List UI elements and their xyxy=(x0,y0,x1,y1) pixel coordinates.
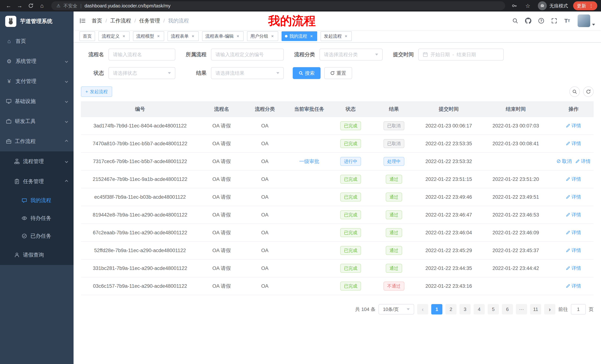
detail-link[interactable]: 详情 xyxy=(566,176,581,182)
table-row: ec45f38f-7b9a-11ec-b03b-acde48001122 OA … xyxy=(81,188,594,206)
page-size-select[interactable]: 10条/页 xyxy=(379,304,414,315)
goto-page-input[interactable] xyxy=(571,304,586,315)
detail-link[interactable]: 详情 xyxy=(566,211,581,218)
font-size-icon[interactable]: TT xyxy=(562,16,572,26)
col-header-end-time: 结束时间 xyxy=(478,101,553,117)
briefcase-icon xyxy=(6,139,11,144)
github-icon[interactable] xyxy=(523,16,533,26)
tab-process-form[interactable]: 流程表单 × xyxy=(168,31,199,41)
detail-link[interactable]: 详情 xyxy=(566,229,581,236)
sidebar-item-infra[interactable]: 基础设施 xyxy=(0,91,74,111)
process-name-input[interactable] xyxy=(109,49,175,60)
sidebar-item-done-tasks[interactable]: 已办任务 xyxy=(0,227,74,245)
url-text[interactable]: dashboard.yudao.iocoder.cn/bpm/task/my xyxy=(84,3,170,9)
page-button-11[interactable]: 11 xyxy=(530,304,541,315)
address-bar[interactable]: ⚠ 不安全 | dashboard.yudao.iocoder.cn/bpm/t… xyxy=(51,1,505,10)
tab-initiate-process[interactable]: 发起流程 × xyxy=(321,31,352,41)
next-page-button[interactable]: › xyxy=(544,304,555,315)
refresh-table-button[interactable] xyxy=(583,86,594,97)
tab-home[interactable]: 首页 xyxy=(80,31,95,41)
forward-icon[interactable]: → xyxy=(15,1,25,10)
home-icon[interactable]: ⌂ xyxy=(37,1,47,10)
close-icon[interactable]: × xyxy=(190,34,195,39)
initiate-process-button[interactable]: + 发起流程 xyxy=(81,86,112,97)
sidebar-item-my-process[interactable]: 我的流程 xyxy=(0,192,74,209)
navbar-actions: ? TT xyxy=(510,14,595,27)
detail-link[interactable]: 详情 xyxy=(566,140,581,147)
approval-task-link[interactable]: 一级审批 xyxy=(286,153,333,170)
sidebar-item-devtools[interactable]: 研发工具 xyxy=(0,111,74,131)
col-header-task: 当前审批任务 xyxy=(286,101,333,117)
page-button-5[interactable]: 5 xyxy=(488,304,499,315)
close-icon[interactable]: × xyxy=(270,34,275,39)
security-label[interactable]: 不安全 xyxy=(63,3,78,9)
breadcrumb-home[interactable]: 首页 xyxy=(92,17,102,24)
process-category-select[interactable]: 请选择流程分类 xyxy=(320,49,383,60)
help-icon[interactable]: ? xyxy=(536,16,546,26)
tab-my-process[interactable]: 我的流程 × xyxy=(281,31,317,41)
sidebar-item-process-mgmt[interactable]: 流程管理 xyxy=(0,151,74,172)
breadcrumb-workflow[interactable]: 工作流程 xyxy=(110,17,131,24)
tab-process-definition[interactable]: 流程定义 × xyxy=(99,31,130,41)
result-select[interactable]: 请选择流结果 xyxy=(211,67,284,79)
detail-link[interactable]: 详情 xyxy=(575,158,591,164)
edit-icon xyxy=(566,284,570,288)
close-icon[interactable]: × xyxy=(309,34,314,39)
reload-icon[interactable] xyxy=(26,1,36,10)
app-title: 芋道管理系统 xyxy=(20,18,52,25)
tab-user-group[interactable]: 用户分组 × xyxy=(247,31,278,41)
bookmark-star-icon[interactable]: ☆ xyxy=(523,1,533,10)
sidebar-item-system[interactable]: ⚙ 系统管理 xyxy=(0,51,74,71)
result-badge: 已取消 xyxy=(383,121,404,130)
more-pages-button[interactable]: ··· xyxy=(516,304,527,315)
sidebar-item-home[interactable]: ⌂ 首页 xyxy=(0,31,74,51)
detail-link[interactable]: 详情 xyxy=(566,265,581,271)
toggle-search-button[interactable] xyxy=(570,86,580,97)
page-button-6[interactable]: 6 xyxy=(502,304,513,315)
submit-time-range-picker[interactable]: 开始日期 - 结束日期 xyxy=(418,49,504,60)
detail-link[interactable]: 详情 xyxy=(566,283,581,289)
pagination: 共 104 条 10条/页 ‹ 1 2 3 4 5 6 ··· 11 › 前往 xyxy=(81,304,594,315)
page-button-3[interactable]: 3 xyxy=(460,304,471,315)
avatar[interactable] xyxy=(578,14,590,27)
status-badge: 已完成 xyxy=(340,246,361,255)
search-icon xyxy=(572,89,577,94)
fullscreen-icon[interactable] xyxy=(549,16,559,26)
prev-page-button[interactable]: ‹ xyxy=(417,304,428,315)
hamburger-icon[interactable] xyxy=(80,18,86,24)
breadcrumb-task[interactable]: 任务管理 xyxy=(139,17,160,24)
menu-dots-icon[interactable]: ⋮ xyxy=(589,3,594,9)
page-button-4[interactable]: 4 xyxy=(474,304,485,315)
sidebar-item-leave-query[interactable]: 请假查询 xyxy=(0,245,74,265)
status-badge: 已完成 xyxy=(340,211,361,219)
close-icon[interactable]: × xyxy=(235,34,240,39)
close-icon[interactable]: × xyxy=(156,34,161,39)
tab-process-model[interactable]: 流程模型 × xyxy=(133,31,164,41)
close-icon[interactable]: × xyxy=(344,34,348,39)
status-select[interactable]: 请选择状态 xyxy=(109,67,175,79)
detail-link[interactable]: 详情 xyxy=(566,247,581,254)
sidebar-item-todo-tasks[interactable]: 待办任务 xyxy=(0,209,74,227)
sidebar-item-task-mgmt[interactable]: 任务管理 xyxy=(0,172,74,192)
search-icon[interactable] xyxy=(510,16,520,26)
close-icon[interactable]: × xyxy=(121,34,126,39)
edit-icon xyxy=(566,123,570,128)
result-badge: 通过 xyxy=(386,192,402,201)
detail-link[interactable]: 详情 xyxy=(566,194,581,200)
reset-button[interactable]: 重置 xyxy=(324,67,352,79)
search-button[interactable]: 搜索 xyxy=(293,67,321,79)
key-icon[interactable] xyxy=(510,1,519,10)
sidebar-item-workflow[interactable]: 工作流程 xyxy=(0,131,74,151)
user-menu[interactable] xyxy=(578,14,595,27)
sidebar-item-payment[interactable]: ¥ 支付管理 xyxy=(0,71,74,91)
edit-icon xyxy=(566,230,570,235)
page-button-1[interactable]: 1 xyxy=(431,304,442,315)
cancel-link[interactable]: 取消 xyxy=(556,158,572,164)
update-button[interactable]: 更新 ⋮ xyxy=(573,1,597,10)
owning-process-input[interactable] xyxy=(211,49,284,60)
back-icon[interactable]: ← xyxy=(4,1,13,10)
app-logo[interactable]: 芋道管理系统 xyxy=(0,11,74,31)
detail-link[interactable]: 详情 xyxy=(566,123,581,129)
tab-process-form-edit[interactable]: 流程表单-编辑 × xyxy=(202,31,244,41)
page-button-2[interactable]: 2 xyxy=(445,304,457,315)
